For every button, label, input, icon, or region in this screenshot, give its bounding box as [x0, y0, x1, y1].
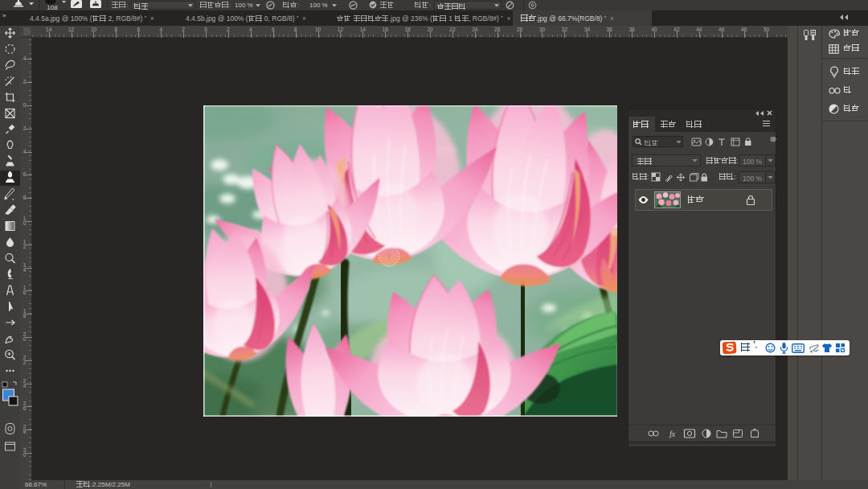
svg-text:fx: fx [669, 429, 676, 438]
